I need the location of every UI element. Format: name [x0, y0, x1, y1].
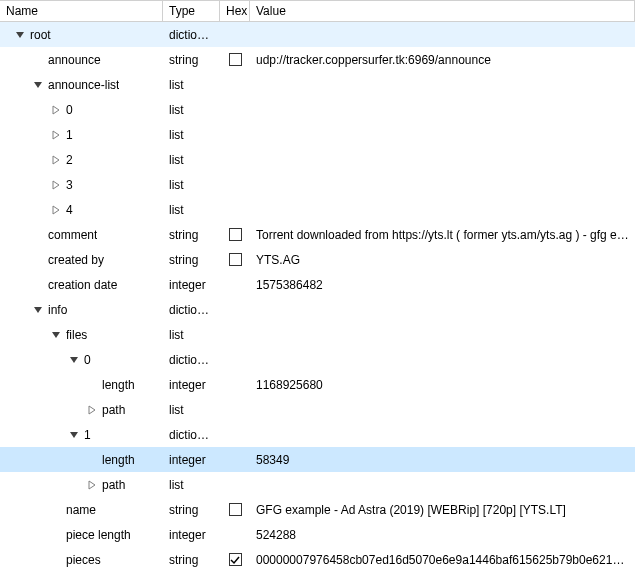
- name-cell: path: [0, 402, 163, 418]
- property-type: integer: [163, 453, 220, 467]
- tree-row[interactable]: lengthinteger1168925680: [0, 372, 635, 397]
- property-name: files: [66, 328, 87, 342]
- expand-spacer: [48, 502, 64, 518]
- name-cell: 0: [0, 102, 163, 118]
- expand-spacer: [84, 377, 100, 393]
- property-name: path: [102, 403, 125, 417]
- name-cell: 1: [0, 427, 163, 443]
- property-type: string: [163, 553, 220, 567]
- name-cell: length: [0, 452, 163, 468]
- tree-row[interactable]: announce-listlist: [0, 72, 635, 97]
- property-type: list: [163, 328, 220, 342]
- name-cell: piece length: [0, 527, 163, 543]
- property-type: string: [163, 53, 220, 67]
- tree-row[interactable]: pathlist: [0, 472, 635, 497]
- tree-row[interactable]: commentstringTorrent downloaded from htt…: [0, 222, 635, 247]
- property-name: root: [30, 28, 51, 42]
- name-cell: name: [0, 502, 163, 518]
- property-name: info: [48, 303, 67, 317]
- column-header-name[interactable]: Name: [0, 1, 163, 21]
- hex-checkbox[interactable]: [229, 553, 242, 566]
- expand-icon[interactable]: [84, 477, 100, 493]
- name-cell: 2: [0, 152, 163, 168]
- property-type: list: [163, 78, 220, 92]
- tree-row[interactable]: namestringGFG example - Ad Astra (2019) …: [0, 497, 635, 522]
- hex-cell: [220, 503, 250, 516]
- property-name: pieces: [66, 553, 101, 567]
- expand-spacer: [48, 527, 64, 543]
- property-value: 1575386482: [250, 278, 635, 292]
- hex-checkbox[interactable]: [229, 228, 242, 241]
- name-cell: root: [0, 27, 163, 43]
- property-name: 1: [66, 128, 73, 142]
- collapse-icon[interactable]: [66, 427, 82, 443]
- property-name: piece length: [66, 528, 131, 542]
- name-cell: created by: [0, 252, 163, 268]
- name-cell: path: [0, 477, 163, 493]
- tree-row[interactable]: 0list: [0, 97, 635, 122]
- property-name: 3: [66, 178, 73, 192]
- collapse-icon[interactable]: [30, 302, 46, 318]
- tree-row[interactable]: infodictionary: [0, 297, 635, 322]
- tree-row[interactable]: lengthinteger58349: [0, 447, 635, 472]
- property-type: string: [163, 253, 220, 267]
- tree-row[interactable]: 3list: [0, 172, 635, 197]
- tree-row[interactable]: 2list: [0, 147, 635, 172]
- expand-icon[interactable]: [48, 202, 64, 218]
- property-value: 1168925680: [250, 378, 635, 392]
- property-name: announce: [48, 53, 101, 67]
- expand-icon[interactable]: [84, 402, 100, 418]
- property-type: list: [163, 203, 220, 217]
- expand-icon[interactable]: [48, 102, 64, 118]
- name-cell: creation date: [0, 277, 163, 293]
- property-type: dictionary: [163, 353, 220, 367]
- property-type: list: [163, 403, 220, 417]
- property-name: creation date: [48, 278, 117, 292]
- property-name: 1: [84, 428, 91, 442]
- property-value: YTS.AG: [250, 253, 635, 267]
- hex-checkbox[interactable]: [229, 253, 242, 266]
- property-type: list: [163, 478, 220, 492]
- expand-spacer: [30, 277, 46, 293]
- tree-row[interactable]: creation dateinteger1575386482: [0, 272, 635, 297]
- tree-row[interactable]: rootdictionary: [0, 22, 635, 47]
- tree-row[interactable]: fileslist: [0, 322, 635, 347]
- hex-cell: [220, 553, 250, 566]
- property-value: 524288: [250, 528, 635, 542]
- property-name: created by: [48, 253, 104, 267]
- tree-row[interactable]: created bystringYTS.AG: [0, 247, 635, 272]
- collapse-icon[interactable]: [12, 27, 28, 43]
- collapse-icon[interactable]: [66, 352, 82, 368]
- hex-checkbox[interactable]: [229, 53, 242, 66]
- column-header-type[interactable]: Type: [163, 1, 220, 21]
- expand-icon[interactable]: [48, 152, 64, 168]
- tree-row[interactable]: 0dictionary: [0, 347, 635, 372]
- property-type: list: [163, 103, 220, 117]
- property-type: list: [163, 128, 220, 142]
- table-body: rootdictionaryannouncestringudp://tracke…: [0, 22, 635, 572]
- column-header-value[interactable]: Value: [250, 1, 635, 21]
- hex-cell: [220, 53, 250, 66]
- tree-row[interactable]: announcestringudp://tracker.coppersurfer…: [0, 47, 635, 72]
- property-type: string: [163, 228, 220, 242]
- property-name: length: [102, 453, 135, 467]
- tree-row[interactable]: 1dictionary: [0, 422, 635, 447]
- tree-row[interactable]: 4list: [0, 197, 635, 222]
- hex-checkbox[interactable]: [229, 503, 242, 516]
- expand-spacer: [30, 227, 46, 243]
- expand-icon[interactable]: [48, 127, 64, 143]
- expand-spacer: [30, 52, 46, 68]
- tree-row[interactable]: pathlist: [0, 397, 635, 422]
- tree-row[interactable]: 1list: [0, 122, 635, 147]
- name-cell: 3: [0, 177, 163, 193]
- property-name: 4: [66, 203, 73, 217]
- collapse-icon[interactable]: [30, 77, 46, 93]
- property-type: integer: [163, 528, 220, 542]
- tree-row[interactable]: piece lengthinteger524288: [0, 522, 635, 547]
- expand-icon[interactable]: [48, 177, 64, 193]
- collapse-icon[interactable]: [48, 327, 64, 343]
- column-header-hex[interactable]: Hex: [220, 1, 250, 21]
- hex-cell: [220, 228, 250, 241]
- tree-row[interactable]: piecesstring00000007976458cb07ed16d5070e…: [0, 547, 635, 572]
- property-name: announce-list: [48, 78, 119, 92]
